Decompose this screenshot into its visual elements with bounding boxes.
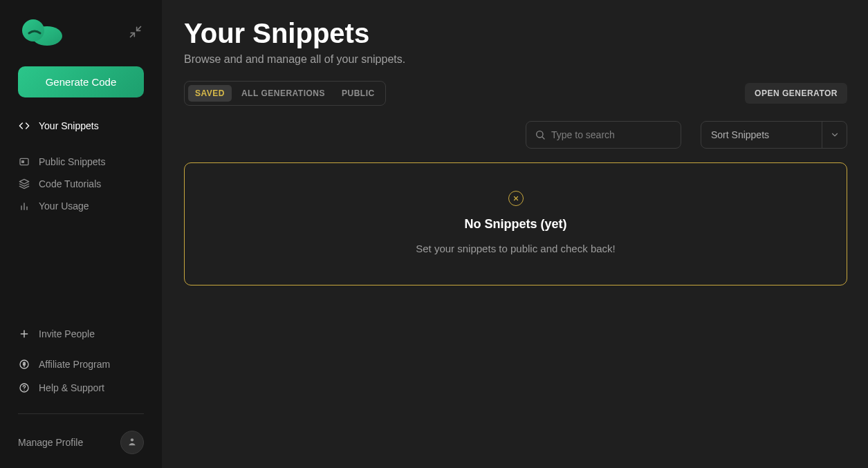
box-icon	[18, 156, 30, 168]
nav-label: Code Tutorials	[39, 178, 101, 189]
search-icon	[535, 129, 546, 140]
main-content: Your Snippets Browse and and manage all …	[162, 0, 868, 468]
empty-title: No Snippets (yet)	[464, 217, 566, 232]
toolbar: SAVED ALL GENERATIONS PUBLIC OPEN GENERA…	[184, 81, 847, 106]
page-subtitle: Browse and and manage all of your snippe…	[184, 53, 847, 66]
nav-primary: Your Snippets	[18, 117, 144, 135]
nav-label: Your Snippets	[39, 120, 99, 131]
invite-people-button[interactable]: Invite People	[18, 325, 144, 343]
affiliate-program-link[interactable]: Affiliate Program	[18, 355, 144, 373]
tab-public[interactable]: PUBLIC	[335, 85, 382, 102]
sort-label: Sort Snippets	[711, 129, 769, 140]
divider	[18, 413, 144, 414]
nav-your-snippets[interactable]: Your Snippets	[18, 117, 144, 135]
app-logo[interactable]	[18, 18, 62, 46]
code-icon	[18, 120, 30, 132]
dollar-icon	[18, 358, 30, 371]
empty-subtitle: Set your snippets to public and check ba…	[416, 243, 616, 254]
sidebar: Generate Code Your Snippets Public Snipp…	[0, 0, 162, 468]
nav-label: Affiliate Program	[39, 359, 110, 370]
svg-point-16	[537, 131, 543, 138]
open-generator-button[interactable]: OPEN GENERATOR	[745, 83, 847, 104]
generate-code-button[interactable]: Generate Code	[18, 66, 144, 97]
search-input[interactable]	[551, 129, 672, 140]
plus-icon	[18, 328, 30, 340]
manage-profile-link[interactable]: Manage Profile	[18, 437, 83, 448]
nav-public-snippets[interactable]: Public Snippets	[18, 153, 144, 171]
tabs: SAVED ALL GENERATIONS PUBLIC	[184, 81, 386, 106]
filter-row: Sort Snippets	[184, 121, 847, 149]
help-support-link[interactable]: Help & Support	[18, 379, 144, 397]
svg-line-2	[137, 27, 141, 31]
sidebar-header	[11, 18, 151, 46]
search-field[interactable]	[526, 121, 681, 149]
tab-all-generations[interactable]: ALL GENERATIONS	[234, 85, 332, 102]
empty-state-panel: No Snippets (yet) Set your snippets to p…	[184, 162, 847, 286]
layers-icon	[18, 178, 30, 190]
svg-rect-5	[22, 161, 24, 163]
svg-line-3	[131, 33, 135, 37]
svg-line-17	[542, 137, 544, 139]
nav-label: Public Snippets	[39, 156, 106, 167]
tab-saved[interactable]: SAVED	[188, 85, 232, 102]
sidebar-footer: Invite People Affiliate Program Help & S…	[18, 325, 144, 454]
avatar-button[interactable]	[120, 431, 144, 454]
help-icon	[18, 382, 30, 394]
nav-label: Your Usage	[39, 200, 89, 212]
nav-code-tutorials[interactable]: Code Tutorials	[18, 175, 144, 193]
manage-profile-row: Manage Profile	[18, 431, 144, 454]
sort-dropdown[interactable]: Sort Snippets	[701, 121, 847, 149]
bar-chart-icon	[18, 200, 30, 212]
nav-your-usage[interactable]: Your Usage	[18, 197, 144, 215]
svg-point-15	[131, 438, 133, 441]
nav-label: Invite People	[39, 328, 95, 339]
user-icon	[127, 436, 138, 449]
page-title: Your Snippets	[184, 18, 847, 49]
nav-secondary: Public Snippets Code Tutorials Your Usag…	[18, 153, 144, 215]
collapse-sidebar-button[interactable]	[127, 24, 144, 40]
chevron-down-icon	[822, 122, 847, 148]
nav-label: Help & Support	[39, 382, 104, 393]
close-circle-icon	[508, 191, 524, 206]
svg-marker-6	[19, 179, 28, 184]
